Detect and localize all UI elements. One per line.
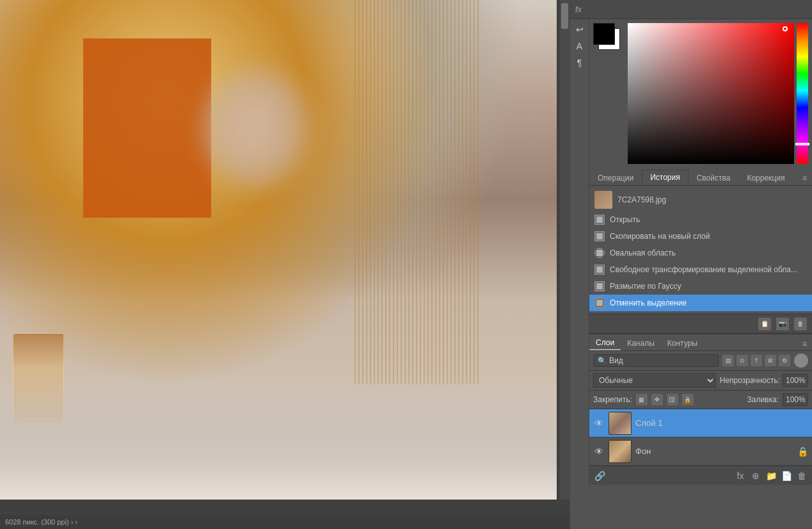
- layer-delete-button[interactable]: 🗑: [795, 469, 808, 482]
- layers-lock-row: Закрепить: ▦ ✥ ⚿ 🔒 Заливка:: [589, 391, 812, 409]
- panel-with-toolbar: ↩ A ¶ Операции: [570, 19, 812, 485]
- layer-group-button[interactable]: 📁: [765, 469, 777, 482]
- layer-link-button[interactable]: 🔗: [593, 469, 606, 482]
- layer-filter-shape-button[interactable]: ⊞: [765, 355, 776, 366]
- lock-position-button[interactable]: ✥: [651, 394, 663, 405]
- layers-filter-icons: ▤ ⊙ T ⊞ ⚙: [722, 355, 790, 366]
- panel-tabs-menu-button[interactable]: ≡: [797, 171, 812, 185]
- layers-filter-search[interactable]: 🔍: [593, 354, 719, 367]
- color-spectrum-bar[interactable]: [797, 23, 808, 164]
- layer-item-fon[interactable]: 👁 Фон 🔒: [589, 437, 812, 466]
- history-open-label: Открыть: [610, 215, 640, 224]
- canvas-image: [0, 0, 557, 500]
- history-file-thumbnail: [594, 191, 612, 209]
- history-blur-label: Размытие по Гауссу: [610, 282, 681, 291]
- history-deselect-label: Отменить выделение: [610, 298, 687, 307]
- layer-new-button[interactable]: 📄: [780, 469, 793, 482]
- tab-history[interactable]: История: [642, 170, 689, 185]
- history-item-blur[interactable]: Размытие по Гауссу: [589, 278, 812, 295]
- layer-1-visibility-button[interactable]: 👁: [593, 418, 605, 429]
- layers-tabs-menu-button[interactable]: ≡: [797, 338, 812, 350]
- opacity-label: Непрозрачность:: [720, 376, 780, 385]
- color-picker-wrapper: [589, 19, 812, 168]
- status-text: 6028 пикс. (300 ppi) › ›: [5, 518, 77, 526]
- history-item-open[interactable]: Открыть: [589, 211, 812, 228]
- history-delete-button[interactable]: 🗑: [794, 318, 807, 330]
- layers-mode-opacity-row: Обычные Непрозрачность:: [589, 371, 812, 391]
- layers-filter-input[interactable]: [609, 356, 714, 365]
- layer-1-thumbnail: [609, 412, 632, 435]
- lock-pixels-button[interactable]: ▦: [636, 394, 648, 405]
- opacity-input[interactable]: [783, 374, 808, 387]
- layers-blend-mode-select[interactable]: Обычные: [593, 373, 716, 387]
- layer-filter-pixel-button[interactable]: ▤: [722, 355, 734, 366]
- history-open-icon: [594, 215, 605, 225]
- tab-properties[interactable]: Свойства: [689, 170, 739, 185]
- picker-cursor: [783, 26, 788, 31]
- tab-layers[interactable]: Слои: [589, 336, 621, 350]
- history-transform-icon: [594, 264, 605, 275]
- history-deselect-icon: [594, 298, 605, 308]
- layer-filter-toggle-button[interactable]: [794, 354, 808, 368]
- layers-bottom-icons-left: 🔗: [593, 469, 606, 482]
- history-copy-icon: [594, 231, 605, 241]
- spectrum-indicator: [795, 143, 809, 145]
- fill-input[interactable]: [783, 393, 808, 406]
- paragraph-tool-button[interactable]: ¶: [572, 55, 587, 70]
- undo-button[interactable]: ↩: [572, 22, 587, 37]
- history-bottom-bar: 📋 📷 🗑: [589, 314, 812, 333]
- layers-filter-row: 🔍 ▤ ⊙ T ⊞ ⚙: [589, 351, 812, 371]
- layer-mask-button[interactable]: ⊕: [749, 469, 762, 482]
- orange-rect: [83, 38, 211, 218]
- history-oval-icon: [594, 248, 605, 258]
- history-item-copy[interactable]: Скопировать на новый слой: [589, 228, 812, 245]
- canvas-scrollbar-thumb[interactable]: [561, 3, 568, 29]
- history-transform-label: Свободное трансформирование выделенной о…: [610, 265, 797, 274]
- layer-fx-button[interactable]: fx: [734, 469, 747, 482]
- canvas-area: 6028 пикс. (300 ppi) › ›: [0, 0, 569, 529]
- lock-artboard-button[interactable]: ⚿: [667, 394, 678, 405]
- tab-channels[interactable]: Каналы: [621, 336, 661, 350]
- fx-label: fx: [575, 4, 582, 14]
- layers-bottom-icons-right: fx ⊕ 📁 📄 🗑: [734, 469, 808, 482]
- history-panel: 7C2A7598.jpg Открыть Скопировать на новы…: [589, 186, 812, 314]
- history-file-name: 7C2A7598.jpg: [617, 195, 666, 204]
- history-blur-icon: [594, 281, 605, 291]
- layer-fon-thumbnail: [609, 440, 632, 463]
- face-blur: [198, 64, 314, 192]
- history-new-snapshot-button[interactable]: 📋: [758, 318, 771, 330]
- tab-correction[interactable]: Коррекция: [738, 170, 793, 185]
- color-swatch-container[interactable]: [593, 23, 625, 55]
- layer-item-1[interactable]: 👁 Слой 1: [589, 409, 812, 437]
- tool-options-bar: fx: [570, 0, 812, 19]
- layer-filter-smart-button[interactable]: ⚙: [779, 355, 790, 366]
- foreground-color-swatch[interactable]: [593, 23, 615, 45]
- layers-section: Слои Каналы Контуры ≡ 🔍: [589, 333, 812, 485]
- coffee-glass: [13, 333, 64, 423]
- layers-tabs: Слои Каналы Контуры ≡: [589, 334, 812, 351]
- history-oval-label: Овальная область: [610, 248, 676, 257]
- lock-all-button[interactable]: 🔒: [682, 394, 694, 405]
- tab-operations[interactable]: Операции: [589, 170, 642, 185]
- layer-fon-visibility-button[interactable]: 👁: [593, 446, 605, 457]
- layer-filter-adjustment-button[interactable]: ⊙: [736, 355, 748, 366]
- history-file-item[interactable]: 7C2A7598.jpg: [589, 188, 812, 211]
- history-item-transform[interactable]: Свободное трансформирование выделенной о…: [589, 261, 812, 278]
- color-gradient-picker[interactable]: [628, 23, 794, 164]
- layer-fon-lock-icon: 🔒: [797, 446, 808, 457]
- panel-tabs: Операции История Свойства Коррекция ≡: [589, 168, 812, 186]
- lock-label: Закрепить:: [593, 395, 632, 404]
- layers-opacity-control: Непрозрачность:: [720, 374, 808, 387]
- fill-label: Заливка:: [747, 395, 779, 404]
- right-panel: fx ↩ A ¶: [569, 0, 812, 529]
- layer-filter-text-button[interactable]: T: [751, 355, 762, 366]
- search-icon: 🔍: [598, 357, 607, 365]
- history-camera-button[interactable]: 📷: [776, 318, 789, 330]
- canvas-vertical-scrollbar[interactable]: [560, 0, 569, 500]
- beaded-curtain: [352, 0, 480, 384]
- right-panel-inner: Операции История Свойства Коррекция ≡: [589, 19, 812, 485]
- history-item-deselect[interactable]: Отменить выделение: [589, 295, 812, 311]
- text-tool-button[interactable]: A: [572, 38, 587, 54]
- tab-paths[interactable]: Контуры: [661, 336, 704, 350]
- history-item-oval[interactable]: Овальная область: [589, 245, 812, 261]
